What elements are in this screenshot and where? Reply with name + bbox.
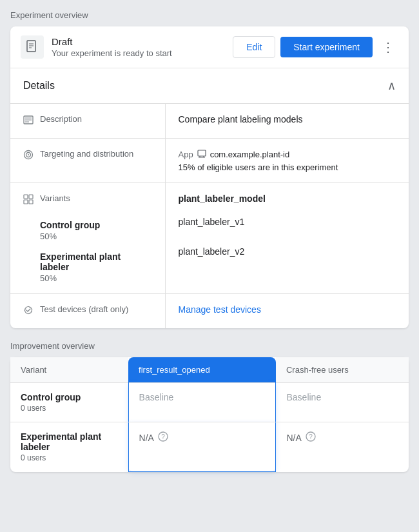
control-metric-value: Baseline [139, 392, 174, 402]
test-devices-label: Test devices (draft only) [40, 304, 128, 314]
svg-text:?: ? [161, 433, 165, 440]
svg-rect-16 [29, 195, 33, 199]
variant-group-control: Control group 50% [40, 220, 152, 241]
table-row-experimental: Experimental plant labeler 0 users N/A ? [10, 422, 409, 472]
manage-test-devices-link[interactable]: Manage test devices [179, 304, 261, 315]
experimental-metric-cell: N/A ? [128, 422, 276, 472]
experimental-group-percent: 50% [40, 273, 152, 283]
table-row-control: Control group 0 users Baseline Baseline [10, 383, 409, 422]
start-experiment-button[interactable]: Start experiment [280, 37, 373, 57]
variants-row: Variants Control group 50% Experimental … [10, 183, 409, 294]
control-row-label: Control group [21, 392, 118, 402]
model-v2: plant_labeler_v2 [179, 246, 396, 257]
improvement-card: Variant first_result_opened Crash-free u… [10, 357, 409, 472]
draft-title: Draft [52, 36, 233, 47]
experimental-group-name: Experimental plant labeler [40, 251, 152, 272]
details-section: Details ∧ [10, 68, 409, 328]
experimental-variant-cell: Experimental plant labeler 0 users [10, 422, 128, 472]
svg-point-10 [28, 154, 29, 155]
experimental-row-label: Experimental plant labeler [21, 431, 118, 452]
test-devices-icon [23, 305, 34, 318]
details-header: Details ∧ [10, 68, 409, 104]
draft-text: Draft Your experiment is ready to start [52, 36, 233, 58]
experimental-metric-na: N/A ? [139, 431, 266, 444]
targeting-row: Targeting and distribution App [10, 139, 409, 183]
app-row: App com.example.plant-id [179, 149, 396, 160]
control-group-name: Control group [40, 220, 152, 230]
test-devices-label-cell: Test devices (draft only) [10, 294, 165, 329]
control-variant-cell: Control group 0 users [10, 383, 128, 422]
col-header-crash: Crash-free users [276, 357, 409, 383]
variants-icon [23, 194, 34, 207]
app-icon [197, 149, 206, 160]
model-v1: plant_labeler_v1 [179, 217, 396, 227]
svg-rect-18 [29, 200, 33, 204]
improvement-header-row: Variant first_result_opened Crash-free u… [10, 357, 409, 383]
draft-subtitle: Your experiment is ready to start [52, 48, 233, 58]
more-options-button[interactable]: ⋮ [378, 38, 398, 56]
targeting-label-cell: Targeting and distribution [10, 139, 165, 183]
experimental-crash-na: N/A ? [286, 431, 398, 444]
edit-button[interactable]: Edit [233, 36, 275, 58]
details-table: Description Compare plant labeling model… [10, 104, 409, 328]
improvement-overview-title: Improvement overview [10, 341, 409, 351]
experiment-overview-title: Experiment overview [10, 10, 409, 20]
experiment-card: Draft Your experiment is ready to start … [10, 26, 409, 328]
experimental-crash-cell: N/A ? [276, 422, 409, 472]
col-header-variant: Variant [10, 357, 128, 383]
svg-rect-11 [198, 150, 206, 156]
control-crash-cell: Baseline [276, 383, 409, 422]
draft-icon [21, 35, 44, 59]
test-devices-row: Test devices (draft only) Manage test de… [10, 294, 409, 329]
draft-header: Draft Your experiment is ready to start … [10, 26, 409, 68]
control-row-sublabel: 0 users [21, 404, 118, 413]
control-crash-value: Baseline [286, 392, 321, 402]
draft-actions: Edit Start experiment ⋮ [233, 36, 398, 58]
app-id: com.example.plant-id [210, 150, 290, 159]
svg-text:?: ? [309, 433, 313, 440]
description-value: Compare plant labeling models [165, 104, 409, 139]
description-label: Description [40, 114, 82, 124]
variants-value-cell: plant_labeler_model plant_labeler_v1 pla… [165, 183, 409, 294]
targeting-percent: 15% of eligible users are in this experi… [179, 163, 396, 172]
collapse-icon[interactable]: ∧ [387, 79, 396, 93]
svg-point-19 [25, 307, 32, 314]
control-metric-cell: Baseline [128, 383, 276, 422]
test-devices-value-cell: Manage test devices [165, 294, 409, 329]
help-icon-metric[interactable]: ? [158, 431, 168, 444]
svg-rect-15 [24, 195, 28, 199]
app-label: App [179, 150, 193, 159]
svg-rect-17 [24, 200, 28, 204]
details-title: Details [23, 80, 55, 92]
variants-label: Variants [40, 193, 70, 203]
targeting-label: Targeting and distribution [40, 149, 133, 159]
description-label-cell: Description [10, 104, 165, 139]
description-icon [23, 115, 34, 128]
experimental-crash-value: N/A [286, 433, 301, 443]
improvement-table: Variant first_result_opened Crash-free u… [10, 357, 409, 472]
col-header-metric: first_result_opened [128, 357, 276, 383]
model-header: plant_labeler_model [179, 193, 396, 204]
description-row: Description Compare plant labeling model… [10, 104, 409, 139]
targeting-icon [23, 150, 34, 163]
experimental-row-sublabel: 0 users [21, 453, 118, 462]
experimental-metric-value: N/A [139, 433, 154, 443]
control-group-percent: 50% [40, 232, 152, 241]
variants-label-cell: Variants Control group 50% Experimental … [10, 183, 165, 294]
help-icon-crash[interactable]: ? [306, 431, 316, 444]
targeting-value-cell: App com.example.plant-id [165, 139, 409, 183]
variant-group-experimental: Experimental plant labeler 50% [40, 251, 152, 283]
